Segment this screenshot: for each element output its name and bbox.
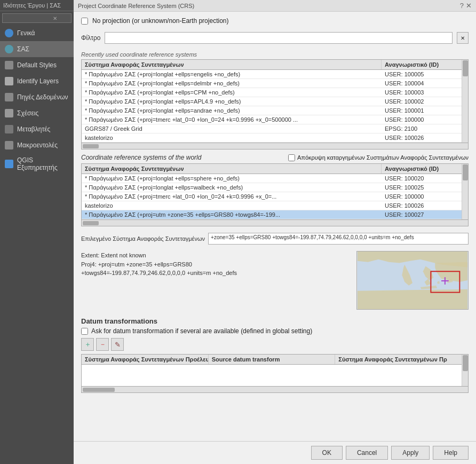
sidebar-item-macros[interactable]: Μακροεντολές: [0, 137, 74, 153]
recently-used-label: Recently used coordinate reference syste…: [81, 51, 469, 58]
row-name-cell: * Παράγωμένο ΣΑΣ (+proj=longlat +ellps=a…: [82, 106, 382, 115]
dialog-title: Project Coordinate Reference System (CRS…: [78, 3, 194, 9]
world-crs-scrollbar[interactable]: [462, 164, 468, 219]
row-name-cell: * Παράγωμένο ΣΑΣ (+proj=tmerc +lat_0=0 +…: [82, 192, 382, 201]
world-crs-h-scroll[interactable]: [82, 219, 468, 226]
datum-table-body: [82, 365, 462, 386]
search-clear-icon[interactable]: ✕: [53, 15, 57, 21]
table-row[interactable]: kastelorizoUSER: 100026: [82, 133, 462, 143]
filter-clear-button[interactable]: ✕: [457, 32, 469, 44]
table-row[interactable]: * Παράγωμένο ΣΑΣ (+proj=longlat +ellps=s…: [82, 174, 462, 183]
identify-icon: [4, 76, 14, 86]
sidebar-item-label: QGIS Εξυπηρετητής: [17, 156, 69, 171]
datum-ask-checkbox[interactable]: [81, 328, 88, 335]
row-name-cell: kastelorizo: [82, 133, 382, 142]
world-crs-table: Σύστημα Αναφοράς Συντεταγμένων Αναγνωρισ…: [81, 163, 469, 226]
sidebar-item-qgis[interactable]: QGIS Εξυπηρετητής: [0, 153, 74, 175]
sidebar-item-label: Default Styles: [17, 61, 57, 69]
filter-input[interactable]: [105, 32, 453, 44]
sidebar-item-crs[interactable]: ΣΑΣ: [0, 41, 74, 57]
table-row[interactable]: * Παράγωμένο ΣΑΣ (+proj=utm +zone=35 +el…: [82, 210, 462, 219]
sidebar-item-identify-layers[interactable]: Identify Layers: [0, 73, 74, 89]
preview-map: [356, 251, 469, 310]
relations-icon: [4, 108, 14, 118]
table-row[interactable]: GGRS87 / Greek GridEPSG: 2100: [82, 124, 462, 133]
table-row[interactable]: * Παράγωμένο ΣΑΣ (+proj=longlat +ellps=w…: [82, 183, 462, 192]
table-row[interactable]: * Παράγωμένο ΣΑΣ (+proj=longlat +ellps=A…: [82, 97, 462, 106]
ok-button[interactable]: OK: [311, 446, 343, 460]
table-row[interactable]: * Παράγωμένο ΣΑΣ (+proj=tmerc +lat_0=0 +…: [82, 115, 462, 124]
row-id-cell: USER: 100026: [382, 133, 462, 142]
datum-col1: Σύστημα Αναφοράς Συντεταγμένων Προέλευση…: [82, 355, 209, 364]
table-row[interactable]: * Παράγωμένο ΣΑΣ (+proj=longlat +ellps=d…: [82, 79, 462, 88]
help-dialog-button[interactable]: Help: [433, 446, 469, 460]
datum-add-button[interactable]: ＋: [81, 338, 94, 351]
row-name-cell: * Παράγωμένο ΣΑΣ (+proj=longlat +ellps=w…: [82, 183, 382, 192]
world-crs-header-row: Σύστημα Αναφοράς Συντεταγμένων Αναγνωρισ…: [82, 164, 462, 174]
datum-h-scroll[interactable]: [82, 386, 468, 392]
datum-edit-button[interactable]: ✎: [111, 338, 124, 351]
row-id-cell: USER: 100005: [382, 70, 462, 78]
world-h-scroll-thumb: [83, 221, 99, 225]
qgis-icon: [4, 159, 14, 169]
row-name-cell: * Παράγωμένο ΣΑΣ (+proj=longlat +ellps=s…: [82, 174, 382, 183]
no-projection-checkbox[interactable]: [81, 18, 88, 25]
row-id-cell: USER: 100004: [382, 79, 462, 88]
hide-deprecated-checkbox[interactable]: [288, 154, 295, 161]
preview-area: Extent: Extent not known Proj4: +proj=ut…: [81, 251, 469, 310]
world-crs-section: Coordinate reference systems of the worl…: [81, 154, 469, 226]
datum-table-header: Σύστημα Αναφοράς Συντεταγμένων Προέλευση…: [82, 355, 462, 365]
sources-icon: [4, 92, 14, 102]
header-name-col: Σύστημα Αναφοράς Συντεταγμένων: [82, 60, 382, 69]
recently-used-scrollbar[interactable]: [462, 60, 468, 143]
sidebar-item-variables[interactable]: Μεταβλητές: [0, 121, 74, 137]
row-id-cell: USER: 100027: [382, 210, 462, 219]
hide-deprecated-row: Απόκρυψη καταργημένων Συστημάτων Αναφορά…: [288, 154, 469, 161]
table-row[interactable]: * Παράγωμένο ΣΑΣ (+proj=longlat +ellps=C…: [82, 88, 462, 97]
row-id-cell: USER: 100000: [382, 192, 462, 201]
sidebar-item-label: Γενικά: [17, 29, 35, 37]
sidebar-item-label: Σχέσεις: [17, 109, 38, 117]
datum-remove-button[interactable]: －: [96, 338, 109, 351]
sidebar-item-general[interactable]: Γενικά: [0, 25, 74, 41]
datum-scrollbar-thumb: [463, 355, 468, 371]
macros-icon: [4, 140, 14, 150]
row-id-cell: USER: 100001: [382, 106, 462, 115]
sidebar-search[interactable]: ✕: [2, 13, 72, 23]
sidebar-item-label: Πηγές Δεδομένων: [17, 93, 68, 101]
row-name-cell: * Παράγωμένο ΣΑΣ (+proj=tmerc +lat_0=0 +…: [82, 115, 382, 124]
recently-used-h-scroll[interactable]: [82, 143, 468, 149]
row-id-cell: USER: 100025: [382, 183, 462, 192]
sidebar-item-default-styles[interactable]: Default Styles: [0, 57, 74, 73]
world-crs-label: Coordinate reference systems of the worl…: [81, 154, 201, 161]
world-header-id-col: Αναγνωριστικό (ID): [382, 164, 462, 174]
sidebar: Ιδιότητες Έργου | ΣΑΣ ✕ Γενικά ΣΑΣ Defau…: [0, 0, 74, 464]
dialog-body: No projection (or unknown/non-Earth proj…: [74, 12, 476, 441]
sidebar-search-input[interactable]: [5, 15, 53, 21]
apply-button[interactable]: Apply: [391, 446, 430, 460]
recently-used-header: Σύστημα Αναφοράς Συντεταγμένων Αναγνωρισ…: [82, 60, 462, 70]
filter-row: Φίλτρο ✕: [81, 32, 469, 44]
title-bar: Project Coordinate Reference System (CRS…: [74, 0, 476, 12]
sidebar-item-relations[interactable]: Σχέσεις: [0, 105, 74, 121]
vars-icon: [4, 124, 14, 134]
row-id-cell: EPSG: 2100: [382, 124, 462, 133]
close-button[interactable]: ✕: [466, 2, 472, 10]
sidebar-item-data-sources[interactable]: Πηγές Δεδομένων: [0, 89, 74, 105]
row-id-cell: USER: 100003: [382, 88, 462, 97]
cancel-button[interactable]: Cancel: [346, 446, 388, 460]
help-button[interactable]: ?: [460, 2, 464, 10]
hide-deprecated-label: Απόκρυψη καταργημένων Συστημάτων Αναφορά…: [297, 154, 469, 161]
datum-h-scroll-thumb: [83, 388, 115, 392]
table-row[interactable]: kastelorizoUSER: 100026: [82, 201, 462, 210]
row-id-cell: USER: 100020: [382, 174, 462, 183]
table-row[interactable]: * Παράγωμένο ΣΑΣ (+proj=longlat +ellps=e…: [82, 70, 462, 79]
extent-label: Extent: Extent not known: [81, 251, 351, 260]
h-scroll-thumb: [83, 144, 99, 148]
world-crs-header: Coordinate reference systems of the worl…: [81, 154, 469, 161]
datum-ask-label: Ask for datum transformation if several …: [91, 327, 312, 335]
table-row[interactable]: * Παράγωμένο ΣΑΣ (+proj=longlat +ellps=a…: [82, 106, 462, 115]
datum-scrollbar[interactable]: [462, 355, 468, 386]
table-row[interactable]: * Παράγωμένο ΣΑΣ (+proj=tmerc +lat_0=0 +…: [82, 192, 462, 201]
row-id-cell: USER: 100026: [382, 201, 462, 210]
